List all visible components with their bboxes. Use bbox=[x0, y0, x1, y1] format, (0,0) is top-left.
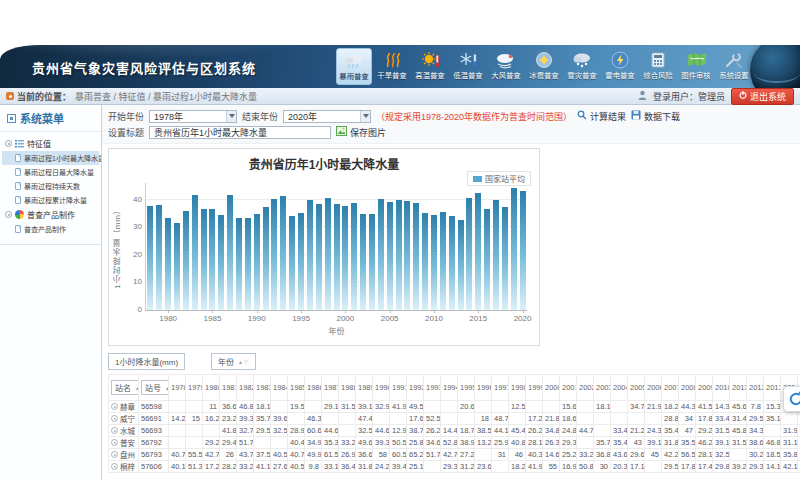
collapse-icon[interactable] bbox=[5, 140, 12, 147]
nav-item-rainstorm[interactable]: 暴雨普查 bbox=[336, 48, 372, 85]
chevron-down-icon[interactable] bbox=[360, 111, 370, 122]
bar-2017 bbox=[493, 200, 499, 310]
table-header-row: 站名 ▲▽ 站号 ▲▽ 197819 bbox=[109, 375, 800, 401]
bar-2004 bbox=[378, 199, 384, 310]
nav-item-cold[interactable]: 低温普查 bbox=[450, 48, 486, 85]
sidebar-group-1[interactable]: 普查产品制作 bbox=[2, 207, 99, 222]
end-year-select[interactable]: 2020年 bbox=[283, 110, 371, 123]
station-id-header-label: 站号 bbox=[145, 382, 161, 393]
value-cell: 35.5 bbox=[679, 437, 696, 449]
expand-row-icon[interactable] bbox=[111, 403, 118, 410]
value-cell: 28.2 bbox=[220, 461, 237, 473]
chart-title-input[interactable]: 贵州省历年1小时最大降水量 bbox=[149, 126, 331, 139]
value-cell: 58 bbox=[373, 449, 390, 461]
form-row-title: 设置标题 贵州省历年1小时最大降水量 保存图片 bbox=[108, 124, 794, 140]
nav-item-map-review[interactable]: 图件审核 bbox=[678, 48, 714, 85]
bar-1997 bbox=[316, 204, 322, 310]
value-cell: 43 bbox=[628, 437, 645, 449]
nav-items: 暴雨普查干旱普查高温普查低温普查大风普查冰雹普查雪灾普查雷电普查综合风险图件审核… bbox=[336, 48, 752, 85]
year-column-header: 1984 bbox=[271, 375, 288, 401]
sort-arrows-icon[interactable]: ▲▽ bbox=[165, 385, 169, 391]
station-id-cell: 56792 bbox=[139, 437, 169, 449]
station-name: 盘州 bbox=[120, 449, 135, 460]
year-column-header: 1985 bbox=[288, 375, 305, 401]
value-cell: 32.5 bbox=[271, 425, 288, 437]
expand-row-icon[interactable] bbox=[111, 439, 118, 446]
expand-row-icon[interactable] bbox=[111, 463, 118, 470]
value-cell bbox=[781, 413, 798, 425]
station-name-header-label: 站名 bbox=[115, 382, 131, 393]
station-data-table: 站名 ▲▽ 站号 ▲▽ 197819 bbox=[108, 374, 800, 473]
chart-title: 贵州省历年1小时最大降水量 bbox=[109, 155, 539, 172]
station-id-cell: 56598 bbox=[139, 401, 169, 413]
sidebar-item[interactable]: 暴雨过程日最大降水量 bbox=[2, 165, 99, 179]
year-field-box[interactable]: 年份 ▲▽ bbox=[211, 353, 256, 370]
value-cell: 29.3 bbox=[560, 437, 577, 449]
value-cell: 19.5 bbox=[288, 401, 305, 413]
value-cell: 33.1 bbox=[322, 461, 339, 473]
x-tick-label: 1985 bbox=[204, 314, 222, 323]
collapse-icon[interactable] bbox=[5, 211, 12, 218]
value-cell: 28.1 bbox=[696, 449, 713, 461]
sort-arrows-icon[interactable]: ▲▽ bbox=[135, 385, 139, 391]
year-column-header: 1997 bbox=[492, 375, 509, 401]
sidebar-group-0[interactable]: 特征值 bbox=[2, 136, 99, 151]
value-cell: 35.1 bbox=[764, 413, 781, 425]
value-cell bbox=[475, 449, 492, 461]
value-cell: 17.8 bbox=[679, 461, 696, 473]
nav-item-snow[interactable]: 雪灾普查 bbox=[564, 48, 600, 85]
year-column-header: 1996 bbox=[475, 375, 492, 401]
value-cell: 21.9 bbox=[645, 401, 662, 413]
nav-item-settings[interactable]: 系统设置 bbox=[716, 48, 752, 85]
sidebar-item[interactable]: 暴雨过程累计降水量 bbox=[2, 193, 99, 207]
table-row: 赫章565981136.646.818.119.529.131.539.132.… bbox=[109, 401, 800, 413]
start-year-select[interactable]: 1978年 bbox=[149, 110, 237, 123]
nav-item-lightning[interactable]: 雷电普查 bbox=[602, 48, 638, 85]
nav-item-wind[interactable]: 大风普查 bbox=[488, 48, 524, 85]
calculate-button[interactable]: 计算结果 bbox=[577, 110, 626, 123]
form-row-years: 开始年份 1978年 结束年份 2020年 （规定采用1978-2020年数据作… bbox=[108, 108, 794, 124]
bar-2007 bbox=[404, 201, 410, 310]
sort-arrows-icon[interactable]: ▲▽ bbox=[238, 359, 249, 365]
measure-field-box[interactable]: 1小时降水量(mm) bbox=[108, 353, 185, 370]
sidebar-item[interactable]: 暴雨过程1小时最大降水量 bbox=[2, 151, 99, 165]
value-cell: 30 bbox=[594, 461, 611, 473]
sidebar-item[interactable]: 暴雨过程持续天数 bbox=[2, 179, 99, 193]
year-column-header: 1981 bbox=[220, 375, 237, 401]
y-axis-title-wrap: 1小时降水量（mm） bbox=[112, 183, 122, 310]
expand-row-icon[interactable] bbox=[111, 451, 118, 458]
bar-1978 bbox=[147, 206, 153, 310]
value-cell: 45.6 bbox=[730, 401, 747, 413]
breadcrumb[interactable]: 暴雨普查 / 特征值 / 暴雨过程1小时最大降水量 bbox=[75, 90, 257, 103]
value-cell: 39.4 bbox=[390, 461, 407, 473]
sidebar-item[interactable]: 普查产品制作 bbox=[2, 222, 99, 236]
logout-button[interactable]: 退出系统 bbox=[731, 88, 794, 105]
expand-row-icon[interactable] bbox=[111, 415, 118, 422]
x-tick-mark bbox=[390, 310, 391, 313]
year-column-header: 1990 bbox=[373, 375, 390, 401]
expand-row-icon[interactable] bbox=[111, 427, 118, 434]
bar-2013 bbox=[458, 220, 464, 310]
refresh-button[interactable] bbox=[783, 386, 800, 412]
page: 贵州省气象灾害风险评估与区划系统 暴雨普查干旱普查高温普查低温普查大风普查冰雹普… bbox=[0, 0, 800, 500]
value-cell bbox=[186, 401, 203, 413]
bar-2000 bbox=[342, 206, 348, 310]
year-column-header: 2006 bbox=[645, 375, 662, 401]
nav-item-heat[interactable]: 高温普查 bbox=[412, 48, 448, 85]
chevron-down-icon[interactable] bbox=[226, 111, 236, 122]
download-button[interactable]: 数据下载 bbox=[631, 110, 680, 123]
value-cell: 37.5 bbox=[254, 449, 271, 461]
value-cell bbox=[509, 413, 526, 425]
y-axis-title: 1小时降水量（mm） bbox=[112, 205, 123, 289]
nav-item-hail[interactable]: 冰雹普查 bbox=[526, 48, 562, 85]
value-cell: 29.2 bbox=[203, 437, 220, 449]
save-image-button[interactable]: 保存图片 bbox=[336, 126, 386, 139]
nav-item-drought[interactable]: 干旱普查 bbox=[374, 48, 410, 85]
x-tick-label: 1990 bbox=[248, 314, 266, 323]
station-id-sort-box[interactable]: 站号 ▲▽ bbox=[141, 380, 169, 395]
nav-item-composite-risk[interactable]: 综合风险 bbox=[640, 48, 676, 85]
y-tick-label: 40 bbox=[122, 195, 142, 204]
value-cell: 27.2 bbox=[458, 449, 475, 461]
station-name-sort-box[interactable]: 站名 ▲▽ bbox=[111, 380, 139, 395]
year-column-header: 2005 bbox=[628, 375, 645, 401]
